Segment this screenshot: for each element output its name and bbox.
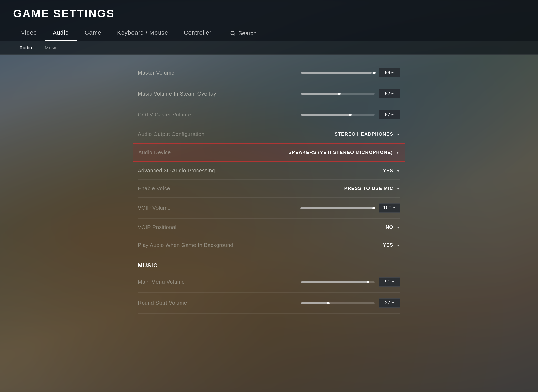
svg-point-0	[231, 31, 234, 35]
slider-fill-main-menu-volume	[301, 281, 368, 283]
setting-row-music-volume-steam: Music Volume In Steam Overlay 52%	[138, 83, 400, 104]
setting-label-voip-positional: VOIP Positional	[138, 224, 176, 230]
slider-fill-voip-volume	[300, 207, 374, 209]
main-container: GAME SETTINGS Video Audio Game Keyboard …	[0, 0, 538, 392]
setting-row-play-audio-background: Play Audio When Game In Background YES ▼	[138, 236, 400, 254]
setting-label-audio-output-config: Audio Output Configuration	[138, 131, 204, 137]
chevron-down-icon-play-audio-bg: ▼	[396, 243, 400, 247]
slider-thumb-main-menu-volume	[367, 281, 369, 283]
slider-thumb-round-start-volume	[327, 302, 330, 304]
search-icon	[230, 30, 236, 36]
slider-track-round-start-volume[interactable]	[301, 302, 375, 304]
setting-label-master-volume: Master Volume	[138, 70, 175, 76]
slider-track-music-volume-steam[interactable]	[301, 93, 375, 95]
slider-control-music-volume-steam[interactable]: 52%	[301, 89, 400, 98]
slider-value-round-start-volume: 37%	[379, 298, 400, 308]
slider-control-round-start-volume[interactable]: 37%	[301, 298, 400, 308]
chevron-down-icon-voip-positional: ▼	[396, 225, 400, 230]
slider-control-main-menu-volume[interactable]: 91%	[301, 277, 400, 287]
dropdown-advanced-3d-audio[interactable]: YES ▼	[383, 168, 400, 173]
slider-thumb-music-volume-steam	[338, 93, 341, 95]
slider-track-gotv-caster-volume[interactable]	[301, 114, 375, 116]
slider-fill-gotv-caster-volume	[301, 114, 350, 116]
setting-row-main-menu-volume: Main Menu Volume 91%	[138, 272, 400, 293]
tab-keyboard-mouse[interactable]: Keyboard / Mouse	[109, 26, 176, 41]
setting-row-master-volume: Master Volume 96%	[138, 62, 400, 83]
slider-fill-master-volume	[301, 72, 372, 74]
tab-game[interactable]: Game	[77, 26, 109, 41]
setting-row-advanced-3d-audio: Advanced 3D Audio Processing YES ▼	[138, 162, 400, 180]
tab-audio[interactable]: Audio	[45, 26, 77, 41]
dropdown-play-audio-background[interactable]: YES ▼	[383, 242, 400, 248]
subnav-item-music[interactable]: Music	[39, 41, 64, 54]
setting-label-voip-volume: VOIP Volume	[138, 205, 171, 211]
slider-value-main-menu-volume: 91%	[379, 277, 400, 287]
slider-track-master-volume[interactable]	[301, 72, 375, 74]
slider-value-music-volume-steam: 52%	[379, 89, 400, 98]
chevron-down-icon-audio-device: ▼	[396, 151, 400, 155]
setting-label-play-audio-background: Play Audio When Game In Background	[138, 242, 233, 248]
chevron-down-icon: ▼	[396, 132, 400, 136]
setting-label-main-menu-volume: Main Menu Volume	[138, 279, 185, 285]
slider-value-voip-volume: 100%	[379, 203, 400, 213]
slider-fill-round-start-volume	[301, 302, 328, 304]
svg-line-1	[234, 34, 235, 36]
header: GAME SETTINGS Video Audio Game Keyboard …	[0, 0, 538, 41]
slider-value-master-volume: 96%	[379, 68, 400, 77]
subnav: Audio Music	[0, 41, 538, 55]
nav-tabs: Video Audio Game Keyboard / Mouse Contro…	[13, 26, 525, 41]
slider-thumb-gotv-caster-volume	[349, 114, 352, 116]
settings-content[interactable]: Master Volume 96% Music Volume In Steam …	[0, 55, 538, 392]
setting-row-round-start-volume: Round Start Volume 37%	[138, 293, 400, 314]
dropdown-audio-output-config[interactable]: STEREO HEADPHONES ▼	[335, 131, 400, 137]
slider-control-gotv-caster-volume[interactable]: 67%	[301, 110, 400, 119]
setting-label-round-start-volume: Round Start Volume	[138, 300, 187, 306]
setting-row-audio-device: Audio Device SPEAKERS (YETI STEREO MICRO…	[133, 143, 405, 162]
slider-control-master-volume[interactable]: 96%	[301, 68, 400, 77]
dropdown-enable-voice[interactable]: PRESS TO USE MIC ▼	[344, 186, 400, 191]
setting-row-voip-positional: VOIP Positional NO ▼	[138, 219, 400, 236]
setting-row-enable-voice: Enable Voice PRESS TO USE MIC ▼	[138, 180, 400, 198]
search-button[interactable]: Search	[222, 27, 265, 41]
page-title: GAME SETTINGS	[13, 7, 525, 20]
slider-thumb-voip-volume	[372, 207, 375, 209]
slider-thumb-master-volume	[373, 72, 376, 74]
section-header-music: Music	[138, 254, 400, 272]
settings-inner: Master Volume 96% Music Volume In Steam …	[125, 62, 413, 314]
slider-track-main-menu-volume[interactable]	[301, 281, 375, 283]
tab-video[interactable]: Video	[13, 26, 45, 41]
chevron-down-icon-enable-voice: ▼	[396, 187, 400, 191]
tab-controller[interactable]: Controller	[176, 26, 219, 41]
slider-control-voip-volume[interactable]: 100%	[300, 203, 400, 213]
slider-track-voip-volume[interactable]	[300, 207, 374, 209]
setting-label-gotv-caster-volume: GOTV Caster Volume	[138, 112, 191, 118]
setting-label-music-volume-steam: Music Volume In Steam Overlay	[138, 91, 216, 97]
setting-label-enable-voice: Enable Voice	[138, 186, 170, 192]
slider-fill-music-volume-steam	[301, 93, 339, 95]
setting-label-advanced-3d-audio: Advanced 3D Audio Processing	[138, 168, 215, 174]
dropdown-audio-device[interactable]: SPEAKERS (YETI STEREO MICROPHONE) ▼	[288, 150, 400, 155]
chevron-down-icon-advanced-3d: ▼	[396, 169, 400, 173]
setting-row-gotv-caster-volume: GOTV Caster Volume 67%	[138, 104, 400, 125]
setting-row-voip-volume: VOIP Volume 100%	[138, 198, 400, 219]
subnav-item-audio[interactable]: Audio	[13, 41, 39, 54]
slider-value-gotv-caster-volume: 67%	[379, 110, 400, 119]
setting-label-audio-device: Audio Device	[138, 150, 171, 156]
setting-row-audio-output-config: Audio Output Configuration STEREO HEADPH…	[138, 125, 400, 143]
dropdown-voip-positional[interactable]: NO ▼	[386, 225, 400, 230]
